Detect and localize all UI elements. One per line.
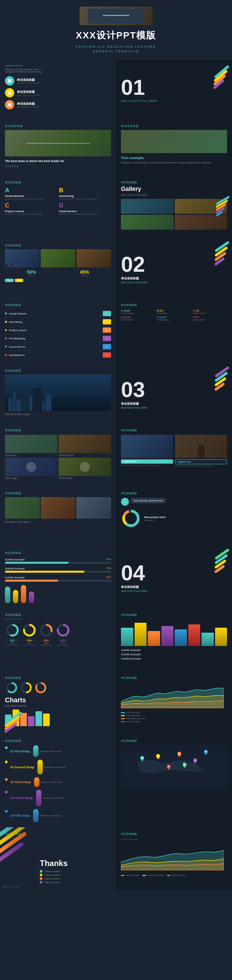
prog-2: Subtitle Example 75% [5,567,111,573]
svg-point-23 [205,751,207,752]
slide10-right: 04 单击添加标题 ADD YOUR TITLE HERE [116,546,232,608]
pie4: 80% 20% Current Content [56,623,71,646]
s5-img2 [41,249,75,267]
s5-stat1: 50% Content [27,269,36,277]
pie2: 79% 20% Current Content [22,623,37,646]
thanks-area-chart [121,844,224,870]
s5-stats: 50% Content 45% Content [5,269,111,277]
s5-r-sub: ADD YOUR TITLE HERE [121,282,227,284]
s10-r-title: 单击添加标题 [121,585,227,589]
pie1: 56% 20% Current Content [5,623,20,646]
s7-city-img [5,374,111,411]
steps-list: 01 First Steap Whatever is worth doing 0… [5,745,111,822]
laptop-image [79,6,153,25]
deco-02 [214,245,230,263]
s13l-title: 单击添加标题 [5,739,111,743]
contents-panel: CONTENTS Whatever is worth doing is wort… [0,60,116,119]
chat-msg-left: Good bye old, welcome now. [131,498,166,503]
slide7-right: 03 单击添加标题 ADD YOUR TITLE HERE [116,364,232,423]
map-pin-2 [156,754,160,760]
s8-captions: Caption One Whatever is worth doing is w… [121,435,227,467]
slide-10: 单击添加标题 Subtitle Example 60% Subtitle Exa… [0,546,232,608]
gallery-img-4 [175,215,227,230]
s8-4img: First image Second image Third image Fou… [5,435,111,479]
slide-11: 单击添加标题 ADD YOUR FORM 56% 20% Current Con… [0,608,232,671]
slide-team: 单击添加标题 The best team is where the best l… [0,119,232,176]
step-3: 03 Third Steap Whatever is worth doing [5,777,111,787]
s12r-title: 单击添加标题 [121,676,227,680]
s8-img1-wrap: First image [5,435,57,457]
s8-img1 [5,435,57,453]
s7-title: 单击添加标题 [5,369,111,372]
step-1: 01 First Steap Whatever is worth doing [5,745,111,757]
s6r-title: 单击添加标题 [121,303,227,307]
s5-r-title: 单击添加标题 [121,277,227,281]
slide6-right: 单击添加标题 A 15,925 Social Network B 214 Adv… [116,298,232,364]
s6-row5: Cloud Service 4 [5,343,111,351]
map-svg [121,745,227,788]
s8-cap1-img [121,435,173,458]
c3-sub: ADD YOUR TITLE HERE [17,106,40,108]
s14r-form: ADD YOUR FORM [121,838,227,840]
gallery-grid [121,199,227,230]
donut-legend: New project brief Description [144,516,166,521]
thanks-text-block: Thanks Thanks content Thanks content Tha… [40,859,68,883]
s6-row1: Social Network 4 [5,310,111,318]
map-pin-5 [204,750,208,756]
gallery-title: Gallery [121,186,227,192]
abcd-grid: A Social Network Whatever is worth doing… [5,187,111,216]
add-title-01: ADD YOUR TITLE HERE [121,99,227,102]
svg-point-19 [141,757,143,759]
big-number-02: 02 [121,253,227,275]
main-title: XXX设计PPT模版 [76,29,156,42]
slide12-right: 单击添加标题 First Data items Third Data items… [116,671,232,734]
thanks-title: Thanks [40,859,68,868]
te-desc: Whatever is worth doing is worth doing w… [121,161,227,165]
panel-tag: CONTENTS [5,65,111,67]
subtitle2: GENERAL TEMPLATE [76,50,156,53]
map-pin-3 [177,752,181,758]
s6-row2: Advertising 4 [5,318,111,326]
deco-charts-left [3,717,23,729]
content-item-2: 单击添加标题 ADD YOUR TITLE HERE [5,88,111,97]
slide14-right: 单击添加标题 ADD YOUR FORM First Data items Se… [116,827,232,890]
s6-stat-d: D 18,168 Cloud Service [121,316,155,321]
s6-stats: A 15,925 Social Network B 214 Advertisin… [121,310,227,321]
watermark: doy***y.com [3,885,19,889]
abcd-title: 单击添加标题 [5,181,111,184]
s11l-form: ADD YOUR FORM [5,618,111,620]
gallery-desc: ADD YOUR TITLE HERE [121,194,227,196]
abcd-b: B Advertising Whatever is worth doing is… [59,187,111,200]
slide-9: 单击添加标题 Description about gallery 单击添加标题 … [0,487,232,546]
s8l-title: 单击添加标题 [5,428,111,432]
donut-sub: Description [144,519,166,521]
gallery-tag: 单击添加标题 [121,181,227,184]
s6-row3: Project Launch 4 [5,326,111,334]
s5-img3 [76,249,111,267]
c3-label: 单击添加标题 [17,102,40,106]
s8-img2-label: Second image [59,454,111,457]
slide-8: 单击添加标题 First image Second image Third im… [0,423,232,487]
slide-contents: CONTENTS Whatever is worth doing is wort… [0,60,232,119]
subtitle1: FASHION AIA EDUCATION LECTURE [76,45,156,48]
slide-6: 单击添加标题 Social Network 4 Advertising 4 Pr… [0,298,232,364]
step-5: 05 Fifth Steap Whatever is worth doing [5,809,111,822]
slide10-left: 单击添加标题 Subtitle Example 60% Subtitle Exa… [0,546,116,608]
s8-img3 [5,458,57,476]
s8-cap1-desc: Whatever is worth doing is worth doing w… [121,464,173,466]
c1-label: 单击添加标题 [17,78,40,82]
s12l-title: 单击添加标题 [5,676,111,680]
abcd-a: A Social Network Whatever is worth doing… [5,187,57,200]
s14-legend: First Data items Second Data items Third… [121,874,227,876]
prog-3: Subtitle Example 50% [5,576,111,582]
slide-01-panel: 01 ADD YOUR TITLE HERE [116,60,232,119]
map-pin-1 [140,756,144,763]
s11-subtitle-list: Subtitle Example Subtitle Example Subtit… [121,649,227,660]
slide11-right: 单击添加标题 Subtitle Example Subtitle Example… [116,608,232,671]
thanks-deco-bars [0,837,40,866]
s11-barchart [121,619,227,646]
s8-img3-wrap: Third image [5,458,57,479]
s8-img2-wrap: Second image [59,435,111,457]
map-container [121,745,227,788]
slide5-left: 单击添加标题 City 50% Content 45% Content Tag … [0,239,116,298]
